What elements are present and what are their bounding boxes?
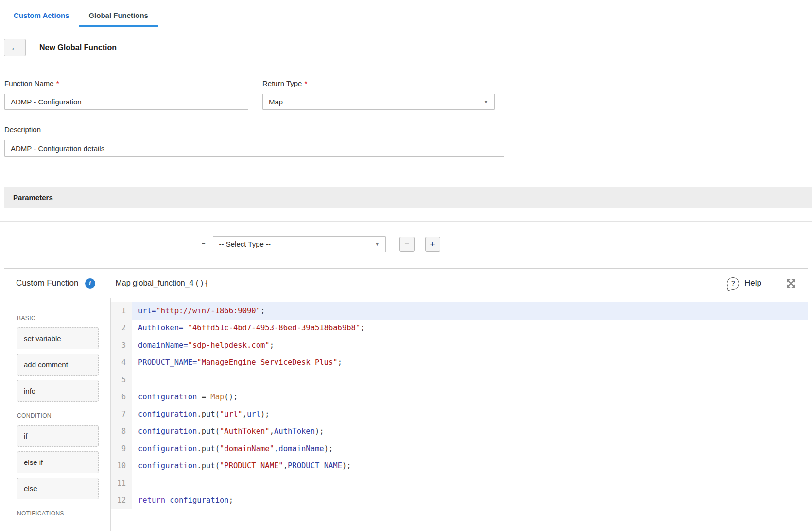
parameter-name-input[interactable] — [4, 237, 194, 252]
snippet-palette: BASICset variableadd commentinfoCONDITIO… — [4, 298, 111, 531]
palette-section-label: CONDITION — [17, 412, 110, 419]
code-text: configuration.put("PRODUCT_NAME",PRODUCT… — [132, 458, 808, 475]
line-number: 11 — [111, 475, 132, 492]
code-line[interactable]: 7configuration.put("url",url); — [111, 406, 808, 423]
parameter-row: = -- Select Type -- ▼ − + — [4, 236, 812, 252]
snippet-button-add-comment[interactable]: add comment — [17, 354, 99, 376]
line-number: 3 — [111, 337, 132, 354]
form-top-row: Function Name* Return Type* Map ▼ — [4, 79, 812, 110]
code-text: url="http://win7-1866:9090"; — [132, 302, 808, 320]
parameters-header: Parameters — [4, 187, 812, 208]
tab-bar: Custom Actions Global Functions — [0, 0, 812, 27]
function-name-label: Function Name* — [4, 79, 248, 87]
line-number: 7 — [111, 406, 132, 423]
code-text: configuration = Map(); — [132, 389, 808, 406]
required-asterisk: * — [304, 79, 307, 87]
code-text: return configuration; — [132, 492, 808, 510]
line-number: 5 — [111, 371, 132, 389]
description-label: Description — [4, 125, 504, 134]
code-text: domainName="sdp-helpdesk.com"; — [132, 337, 808, 354]
chevron-down-icon: ▼ — [484, 100, 488, 104]
custom-function-title: Custom Function — [16, 278, 79, 288]
add-parameter-button[interactable]: + — [425, 237, 440, 252]
tab-global-functions[interactable]: Global Functions — [79, 2, 158, 27]
snippet-button-else[interactable]: else — [17, 478, 99, 499]
page-header: ← New Global Function — [4, 38, 812, 56]
snippet-button-set-variable[interactable]: set variable — [17, 327, 99, 349]
palette-section-notifications: NOTIFICATIONS — [17, 510, 110, 517]
return-type-label-text: Return Type — [262, 79, 302, 87]
code-line[interactable]: 10configuration.put("PRODUCT_NAME",PRODU… — [111, 458, 808, 475]
code-line[interactable]: 11 — [111, 475, 808, 492]
function-name-input[interactable] — [4, 94, 248, 110]
code-text: AuthToken= "46ffd51c-4bd7-4953-86ed-39a5… — [132, 320, 808, 337]
line-number: 4 — [111, 354, 132, 372]
code-text — [132, 475, 808, 492]
custom-function-panel: Custom Function i Map global_function_4 … — [4, 268, 808, 531]
expand-icon[interactable] — [786, 278, 796, 289]
code-line[interactable]: 12return configuration; — [111, 492, 808, 510]
required-asterisk: * — [56, 79, 59, 87]
code-text: configuration.put("domainName",domainNam… — [132, 440, 808, 458]
help-button[interactable]: ? Help — [727, 277, 761, 290]
return-type-select[interactable]: Map ▼ — [262, 94, 495, 110]
line-number: 8 — [111, 423, 132, 441]
editor-body: BASICset variableadd commentinfoCONDITIO… — [4, 298, 808, 531]
code-line[interactable]: 4PRODUCT_NAME="ManageEngine ServiceDesk … — [111, 354, 808, 372]
palette-section-condition: CONDITIONifelse ifelse — [17, 412, 110, 499]
equals-sign: = — [202, 240, 206, 248]
function-name-label-text: Function Name — [4, 79, 54, 87]
line-number: 6 — [111, 389, 132, 406]
snippet-button-if[interactable]: if — [17, 425, 99, 447]
function-signature: Map global_function_4 ( ) { — [116, 279, 208, 288]
code-line[interactable]: 8configuration.put("AuthToken",AuthToken… — [111, 423, 808, 441]
page-title: New Global Function — [39, 43, 117, 52]
question-icon: ? — [727, 277, 739, 290]
code-editor[interactable]: 1url="http://win7-1866:9090";2AuthToken=… — [111, 298, 808, 531]
line-number: 10 — [111, 458, 132, 475]
description-input[interactable] — [4, 140, 504, 157]
divider — [0, 221, 812, 222]
snippet-button-else-if[interactable]: else if — [17, 451, 99, 473]
back-button[interactable]: ← — [4, 39, 26, 56]
code-line[interactable]: 9configuration.put("domainName",domainNa… — [111, 440, 808, 458]
palette-section-label: NOTIFICATIONS — [17, 510, 110, 517]
return-type-value: Map — [269, 98, 283, 106]
arrow-left-icon: ← — [10, 42, 19, 53]
code-line[interactable]: 2AuthToken= "46ffd51c-4bd7-4953-86ed-39a… — [111, 320, 808, 337]
code-text: configuration.put("url",url); — [132, 406, 808, 423]
info-icon[interactable]: i — [85, 278, 95, 289]
return-type-label: Return Type* — [262, 79, 495, 87]
code-line[interactable]: 1url="http://win7-1866:9090"; — [111, 302, 808, 320]
parameter-type-value: -- Select Type -- — [219, 240, 271, 248]
remove-parameter-button[interactable]: − — [399, 237, 415, 252]
code-line[interactable]: 6configuration = Map(); — [111, 389, 808, 406]
line-number: 1 — [111, 302, 132, 320]
code-text — [132, 371, 808, 389]
description-field: Description — [4, 125, 504, 157]
parameters-title: Parameters — [13, 193, 53, 202]
chevron-down-icon: ▼ — [375, 242, 380, 247]
parameter-type-select[interactable]: -- Select Type -- ▼ — [213, 236, 386, 252]
line-number: 2 — [111, 320, 132, 337]
line-number: 9 — [111, 440, 132, 458]
palette-section-basic: BASICset variableadd commentinfo — [17, 315, 110, 402]
line-number: 12 — [111, 492, 132, 510]
tab-custom-actions[interactable]: Custom Actions — [4, 2, 79, 27]
code-text: configuration.put("AuthToken",AuthToken)… — [132, 423, 808, 441]
snippet-button-info[interactable]: info — [17, 380, 99, 402]
code-text: PRODUCT_NAME="ManageEngine ServiceDesk P… — [132, 354, 808, 372]
code-line[interactable]: 3domainName="sdp-helpdesk.com"; — [111, 337, 808, 354]
help-label: Help — [744, 278, 761, 288]
palette-section-label: BASIC — [17, 315, 110, 322]
custom-function-header: Custom Function i Map global_function_4 … — [4, 269, 808, 298]
code-line[interactable]: 5 — [111, 371, 808, 389]
